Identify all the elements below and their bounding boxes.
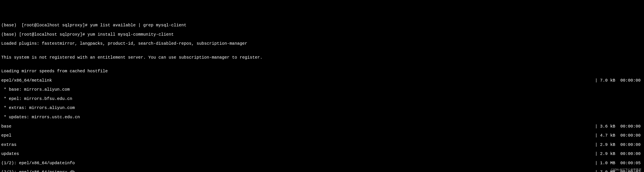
command-line: (base) [root@localhost sqlproxy]# yum in… bbox=[1, 32, 643, 37]
plugins-line: Loaded plugins: fastestmirror, langpacks… bbox=[1, 41, 643, 46]
shell-prompt: (base) [root@localhost sqlproxy]# bbox=[1, 32, 88, 37]
repo-name: (1/2): epel/x86_64/updateinfo bbox=[1, 161, 75, 166]
repo-base-line: base| 3.6 kB 00:00:00 bbox=[1, 124, 643, 129]
repo-status: | 4.7 kB 00:00:00 bbox=[595, 133, 643, 138]
repo-status: | 3.6 kB 00:00:00 bbox=[595, 124, 643, 129]
repo-name: base bbox=[1, 124, 12, 129]
csdn-watermark: CSDN @沉下心来学鲁班 bbox=[611, 168, 642, 171]
repo-primarydb-line: (2/2): epel/x86_64/primary_db| 7.0 MB 00… bbox=[1, 170, 643, 172]
prev-command-line-cut: (base) [root@localhost sqlproxy]# yum li… bbox=[1, 23, 643, 28]
repo-updates-line: updates| 2.9 kB 00:00:00 bbox=[1, 152, 643, 156]
mirror-extras: * extras: mirrors.aliyun.com bbox=[1, 106, 643, 110]
repo-name: extras bbox=[1, 143, 16, 147]
mirror-epel: * epel: mirrors.bfsu.edu.cn bbox=[1, 96, 643, 101]
repo-name: epel bbox=[1, 133, 12, 138]
repo-status: | 2.9 kB 00:00:00 bbox=[595, 152, 643, 156]
repo-status: | 2.9 kB 00:00:00 bbox=[595, 143, 643, 147]
loading-mirror-line: Loading mirror speeds from cached hostfi… bbox=[1, 69, 643, 74]
terminal-output: (base) [root@localhost sqlproxy]# yum li… bbox=[1, 18, 643, 172]
repo-name: updates bbox=[1, 152, 19, 156]
mirror-updates: * updates: mirrors.ustc.edu.cn bbox=[1, 115, 643, 119]
mirror-base: * base: mirrors.aliyun.com bbox=[1, 87, 643, 92]
repo-name: (2/2): epel/x86_64/primary_db bbox=[1, 170, 75, 172]
repo-extras-line: extras| 2.9 kB 00:00:00 bbox=[1, 143, 643, 147]
metalink-status: | 7.0 kB 00:00:00 bbox=[595, 78, 643, 83]
typed-command: yum install mysql-community-client bbox=[88, 32, 174, 37]
repo-epel-line: epel| 4.7 kB 00:00:00 bbox=[1, 133, 643, 138]
metalink-label: epel/x86_64/metalink bbox=[1, 78, 52, 83]
repo-updateinfo-line: (1/2): epel/x86_64/updateinfo| 1.0 MB 00… bbox=[1, 161, 643, 166]
metalink-line: epel/x86_64/metalink| 7.0 kB 00:00:00 bbox=[1, 78, 643, 83]
repo-status: | 1.0 MB 00:00:05 bbox=[595, 161, 643, 166]
entitlement-warning: This system is not registered with an en… bbox=[1, 55, 643, 60]
